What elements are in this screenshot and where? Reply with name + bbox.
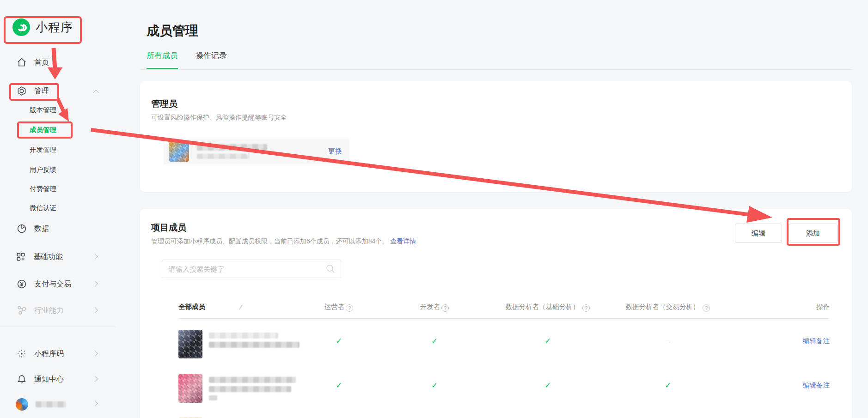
sidebar-item-label: 小程序码 (34, 349, 64, 359)
member-row (178, 407, 830, 418)
linked-account-logo-icon (16, 398, 28, 411)
help-icon[interactable]: ? (441, 304, 449, 312)
sidebar-item-data[interactable]: 数据 (17, 224, 49, 234)
member-identity (178, 414, 296, 418)
col-header-label: 数据分析者（交易分析） (626, 303, 700, 310)
chevron-right-icon (92, 376, 98, 382)
analyst-basic-check-icon: ✓ (488, 336, 608, 346)
yen-circle-icon (17, 279, 27, 289)
sidebar-item-linked-account[interactable] (16, 398, 66, 411)
help-icon[interactable]: ? (346, 304, 353, 312)
chevron-right-icon (92, 281, 98, 287)
member-avatar (178, 374, 202, 403)
sidebar-item-label: 首页 (34, 58, 49, 67)
admin-account-row: 更换 (164, 139, 349, 164)
redacted-text-line (209, 342, 300, 348)
admin-name-redacted (197, 144, 267, 151)
developer-check-icon: ✓ (381, 381, 488, 390)
sidebar-item-label: 通知中心 (34, 375, 64, 384)
col-header-developer: 开发者? (381, 303, 488, 312)
admin-card-desc: 可设置风险操作保护、风险操作提醒等账号安全 (151, 114, 287, 122)
sidebar-item-payment-trade[interactable]: 支付与交易 (17, 279, 71, 289)
member-row: ✓ ✓ ✓ – 编辑备注 (178, 319, 830, 363)
sidebar: 小程序 首页 管理 版本管理 成员管理 开发管理 用户反馈 付费管理 微信认证 … (0, 0, 116, 418)
operator-check-icon: ✓ (296, 336, 381, 346)
mini-program-code-icon (17, 349, 27, 359)
sidebar-item-manage[interactable]: 管理 (17, 86, 49, 96)
member-identity (178, 368, 296, 403)
admin-card-title: 管理员 (151, 98, 177, 110)
grid-icon (16, 252, 26, 262)
help-icon[interactable]: ? (582, 304, 590, 312)
sidebar-item-wechat-verify[interactable]: 微信认证 (30, 204, 56, 212)
admin-card: 管理员 可设置风险操作保护、风险操作提醒等账号安全 更换 (140, 81, 852, 192)
redacted-text-line (209, 333, 278, 339)
project-members-title: 项目成员 (151, 222, 186, 234)
edit-remark-link[interactable]: 编辑备注 (803, 337, 830, 345)
app-logo[interactable]: 小程序 (12, 18, 73, 36)
chevron-right-icon (92, 307, 98, 313)
redacted-text-line (209, 395, 217, 400)
sidebar-divider (0, 327, 116, 327)
tab-bar: 所有成员 操作记录 (140, 50, 852, 70)
chevron-up-icon[interactable] (93, 90, 99, 96)
admin-avatar (169, 142, 189, 162)
operator-check-icon: ✓ (296, 381, 381, 390)
member-name-redacted (209, 330, 300, 348)
col-header-operator: 运营者? (296, 303, 381, 312)
col-header-analyst-trade: 数据分析者（交易分析） ? (608, 303, 728, 312)
search-input[interactable] (162, 260, 341, 278)
sidebar-item-industry[interactable]: 行业能力 (17, 305, 64, 315)
edit-remark-link[interactable]: 编辑备注 (803, 382, 830, 389)
page-title: 成员管理 (147, 22, 852, 40)
member-avatar (178, 330, 202, 358)
analyst-trade-dash: – (608, 337, 728, 345)
sidebar-item-user-feedback[interactable]: 用户反馈 (30, 165, 56, 174)
sidebar-item-label: 数据 (34, 224, 49, 234)
edit-button[interactable]: 编辑 (735, 224, 782, 243)
add-button[interactable]: 添加 (789, 224, 837, 243)
help-icon[interactable]: ? (703, 304, 710, 312)
sidebar-item-pay-manage[interactable]: 付费管理 (30, 185, 56, 194)
sidebar-item-version-manage[interactable]: 版本管理 (30, 106, 56, 115)
search-icon (325, 264, 336, 274)
sidebar-item-dev-manage[interactable]: 开发管理 (30, 145, 56, 154)
sidebar-item-minicode[interactable]: 小程序码 (17, 349, 64, 359)
col-header-all-members: 全部成员 (178, 303, 296, 311)
col-header-label: 全部成员 (178, 303, 205, 311)
project-members-card: 项目成员 管理员可添加小程序成员、配置成员权限，当前已添加6个成员，还可以添加8… (140, 209, 852, 418)
home-icon (17, 57, 27, 67)
members-table-header: 全部成员 运营者? 开发者? 数据分析者（基础分析） ? 数据分析者（交易分析）… (178, 296, 830, 319)
sidebar-item-basic-features[interactable]: 基础功能 (16, 252, 63, 262)
col-header-label: 开发者 (420, 303, 440, 310)
col-header-label: 运营者 (324, 303, 345, 310)
change-admin-link[interactable]: 更换 (328, 147, 342, 156)
app-name: 小程序 (36, 19, 73, 36)
member-row: ✓ ✓ ✓ ✓ 编辑备注 (178, 363, 830, 407)
member-search (162, 260, 341, 278)
miniprogram-logo-icon (12, 18, 30, 36)
developer-check-icon: ✓ (381, 336, 488, 346)
view-details-link[interactable]: 查看详情 (390, 237, 416, 245)
chevron-right-icon (92, 351, 98, 357)
member-name-redacted (209, 374, 296, 400)
sidebar-item-label: 行业能力 (34, 306, 64, 315)
chevron-right-icon (92, 254, 98, 260)
sidebar-item-notify-center[interactable]: 通知中心 (17, 374, 64, 384)
manage-icon (17, 86, 27, 96)
linked-account-name-redacted (36, 401, 66, 407)
filter-caret-icon (239, 304, 243, 309)
bell-icon (17, 374, 27, 384)
tab-operation-log[interactable]: 操作记录 (196, 50, 227, 69)
sidebar-item-label: 基础功能 (33, 252, 63, 262)
col-header-label: 数据分析者（基础分析） (506, 303, 580, 310)
sidebar-item-home[interactable]: 首页 (17, 57, 49, 67)
sidebar-item-label: 支付与交易 (34, 279, 71, 289)
redacted-text-line (209, 377, 296, 383)
redacted-text-line (209, 386, 291, 392)
tab-all-members[interactable]: 所有成员 (147, 50, 178, 69)
sidebar-item-member-manage[interactable]: 成员管理 (30, 126, 56, 134)
members-table: 全部成员 运营者? 开发者? 数据分析者（基础分析） ? 数据分析者（交易分析）… (178, 296, 830, 418)
project-members-desc: 管理员可添加小程序成员、配置成员权限，当前已添加6个成员，还可以添加84个。 查… (151, 237, 416, 246)
col-header-action: 操作 (728, 303, 830, 311)
